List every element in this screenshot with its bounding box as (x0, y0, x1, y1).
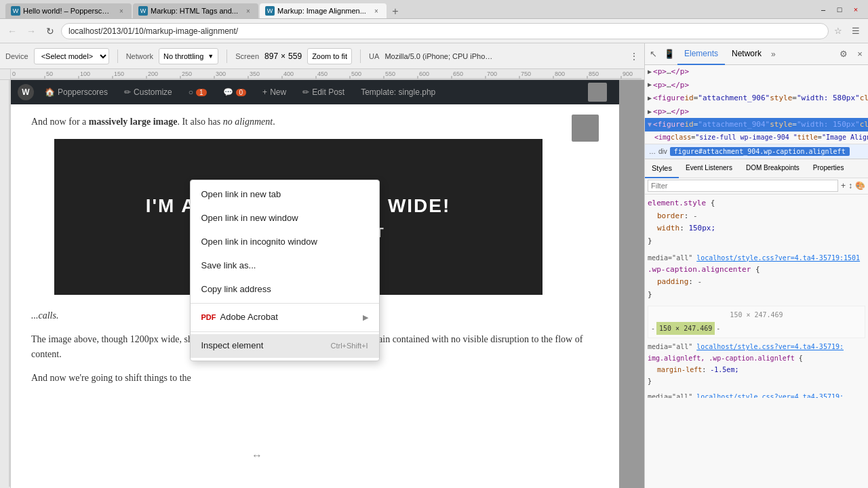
svg-text:500: 500 (351, 70, 361, 77)
elem-line-figure904[interactable]: ▼ <figure id="attachment_904" style="wid… (645, 118, 868, 131)
forward-button[interactable]: → (23, 23, 39, 39)
context-open-new-window[interactable]: Open link in new window (191, 207, 379, 230)
devtools-settings-button[interactable]: ⚙ (835, 43, 852, 65)
dom-div: div (658, 148, 667, 155)
wp-bar-template[interactable]: Template: single.php (355, 80, 441, 104)
style-selector-wp-caption: .wp-caption.aligncenter { (648, 264, 865, 277)
tab-network[interactable]: Network (725, 43, 768, 65)
style-selector-element: element.style { (648, 197, 865, 210)
tab-elements[interactable]: Elements (677, 43, 725, 65)
menu-button[interactable]: ☰ (848, 23, 864, 39)
throttle-dropdown[interactable]: No throttling ▼ (159, 48, 218, 64)
elem-line-img904[interactable]: <img class="size-full wp-image-904 " tit… (645, 131, 868, 144)
styles-tab-event-listeners[interactable]: Event Listeners (679, 159, 739, 178)
wp-bar-comments[interactable]: 💬 0 (218, 80, 252, 104)
elem-line-p3[interactable]: ▶ <p>…</p> (645, 105, 868, 119)
refresh-button[interactable]: ↻ (42, 23, 58, 39)
filter-paint-icon[interactable]: 🎨 (855, 181, 865, 190)
context-separator-2 (191, 331, 379, 332)
style-prop-border: border: - (648, 210, 865, 223)
dimension-separator: × (281, 52, 285, 61)
tab-network-label: Network (732, 49, 762, 58)
page-frame: W 🏠 Popperscores ✏ Customize ○ (11, 80, 619, 488)
address-bar[interactable]: localhost/2013/01/10/markup-image-alignm… (61, 23, 829, 39)
ruler-corner (0, 69, 11, 80)
context-open-new-tab-label: Open link in new tab (201, 188, 281, 202)
address-text: localhost/2013/01/10/markup-image-alignm… (68, 26, 238, 36)
elem-line-p2[interactable]: ▶ <p>…</p> (645, 79, 868, 92)
tab-favicon-2: W (138, 6, 148, 16)
cursor-tool-button[interactable]: ↖ (645, 43, 661, 65)
ruler-horizontal: 0 50 100 150 200 250 300 (11, 69, 644, 80)
styles-tab-properties[interactable]: Properties (806, 159, 851, 178)
page-viewport: W 🏠 Popperscores ✏ Customize ○ (11, 80, 644, 488)
styles-tab-label: Styles (652, 164, 672, 172)
style-prop-width: width: 150px; (648, 222, 865, 235)
context-open-new-tab[interactable]: Open link in new tab (191, 183, 379, 207)
main-area: Device <Select model> Network No throttl… (0, 43, 868, 488)
wp-bar-new[interactable]: + New (257, 80, 292, 104)
maximize-button[interactable]: □ (833, 4, 846, 15)
new-tab-button[interactable]: + (388, 5, 403, 18)
style-rule-media1: media="all" localhost/style.css?ver=4.ta… (648, 252, 865, 302)
context-save-link[interactable]: Save link as... (191, 254, 379, 278)
wp-admin-bar: W 🏠 Popperscores ✏ Customize ○ (11, 80, 619, 104)
styles-tab-dom-breakpoints[interactable]: DOM Breakpoints (739, 159, 806, 178)
tab-close-2[interactable]: × (243, 6, 253, 16)
style-rule-wpcaption: media="all" localhost/style.css?ver=4.ta… (648, 391, 865, 398)
context-open-new-window-label: Open link in new window (201, 211, 298, 226)
wp-logo-button[interactable]: W (18, 84, 34, 100)
media-rule3-source: media="all" localhost/style.css?ver=4.ta… (648, 391, 865, 398)
styles-content: element.style { border: - width: 150px; … (645, 195, 868, 398)
close-button[interactable]: × (849, 4, 863, 15)
styles-tab-styles[interactable]: Styles (645, 159, 679, 178)
tab-hello-world[interactable]: W Hello world! – Popperscores × (5, 3, 132, 18)
style-prop-margin-left: margin-left: -1.5em; (648, 364, 865, 375)
box-model-dims: - 150 × 247.469 - (651, 322, 720, 335)
zoom-label: Zoom to fit (312, 52, 347, 60)
adobe-pdf-icon: PDF (201, 312, 216, 324)
tab-elements-label: Elements (684, 49, 718, 58)
throttle-label: No throttling (163, 52, 203, 60)
elements-tree: ▶ <p>…</p> ▶ <p>…</p> ▶ <figure id="atta… (645, 65, 868, 144)
context-copy-link[interactable]: Copy link address (191, 278, 379, 302)
tab-close-1[interactable]: × (117, 6, 126, 16)
bookmark-button[interactable]: ☆ (831, 24, 845, 38)
devtools-close-button[interactable]: × (852, 43, 868, 65)
wp-bar-comments-link[interactable]: ○ 1 (183, 80, 212, 104)
style-rule-element: element.style { border: - width: 150px; … (648, 197, 865, 248)
svg-text:150: 150 (114, 70, 124, 77)
svg-text:850: 850 (589, 70, 599, 77)
wp-bar-popperscores[interactable]: 🏠 Popperscores (39, 80, 113, 104)
svg-text:400: 400 (283, 70, 294, 77)
more-options-button[interactable]: ⋮ (629, 51, 639, 62)
tab-markup-html[interactable]: W Markup: HTML Tags and... × (133, 3, 258, 18)
elem-line-figure906[interactable]: ▶ <figure id="attachment_906" style="wid… (645, 92, 868, 105)
svg-text:350: 350 (250, 70, 260, 77)
context-separator-1 (191, 303, 379, 304)
tab-close-3[interactable]: × (372, 6, 381, 16)
minimize-button[interactable]: – (816, 4, 830, 15)
phone-tool-button[interactable]: 📱 (661, 43, 677, 65)
svg-text:250: 250 (182, 70, 192, 77)
filter-add-icon[interactable]: + (841, 181, 846, 190)
filter-input[interactable] (648, 180, 838, 192)
device-toolbar: Device <Select model> Network No throttl… (0, 43, 644, 69)
ua-label: UA (369, 52, 379, 60)
tab-markup-image[interactable]: W Markup: Image Alignmen... × (260, 3, 387, 18)
wp-bar-edit-post[interactable]: ✏ Edit Post (297, 80, 350, 104)
wp-bar-customize[interactable]: ✏ Customize (119, 80, 178, 104)
filter-toggle-icon[interactable]: ↕ (848, 181, 852, 190)
context-adobe-acrobat[interactable]: PDF Adobe Acrobat ▶ (191, 306, 379, 329)
context-inspect-element[interactable]: Inspect element Ctrl+Shift+I (191, 334, 379, 358)
wp-bar-avatar (578, 80, 612, 104)
more-tabs-button[interactable]: » (768, 49, 778, 59)
dom-breakpoints-label: DOM Breakpoints (746, 164, 800, 171)
svg-text:600: 600 (419, 70, 429, 77)
device-model-select[interactable]: <Select model> (34, 48, 109, 64)
tab-favicon-1: W (11, 6, 20, 16)
context-open-incognito[interactable]: Open link in incognito window (191, 230, 379, 254)
elem-line-p1[interactable]: ▶ <p>…</p> (645, 65, 868, 79)
back-button[interactable]: ← (4, 23, 20, 39)
zoom-dropdown[interactable]: Zoom to fit (307, 48, 352, 64)
